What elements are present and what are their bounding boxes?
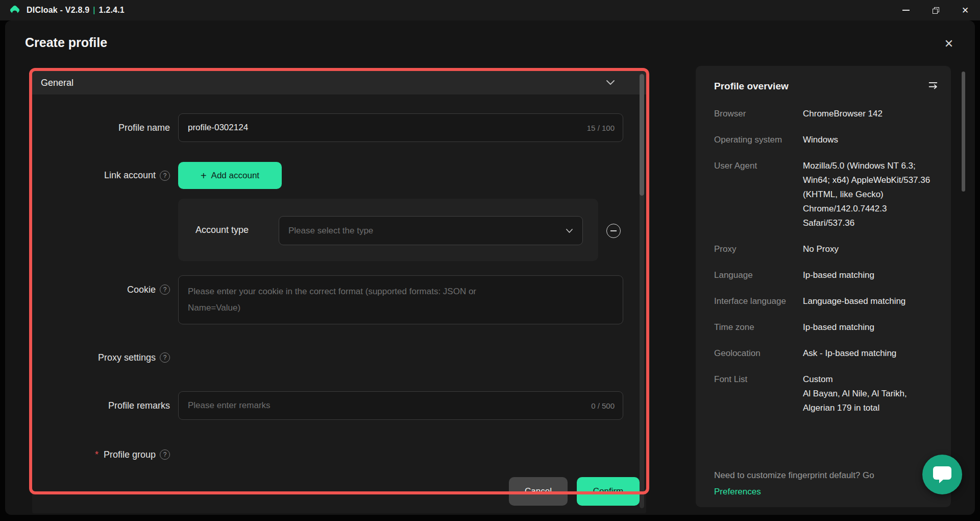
overview-row-browser: Browser ChromeBrowser 142 [714, 107, 940, 121]
profile-name-label: Profile name [41, 113, 170, 142]
profile-name-field: 15 / 100 [178, 113, 623, 142]
window-close-button[interactable]: ✕ [950, 0, 980, 20]
profile-overview-title: Profile overview [714, 81, 789, 92]
profile-remarks-input[interactable] [179, 392, 623, 419]
add-account-button[interactable]: + Add account [178, 162, 282, 189]
confirm-button[interactable]: Confirm [577, 477, 640, 506]
help-icon[interactable]: ? [160, 449, 170, 460]
modal-title: Create profile [25, 35, 107, 50]
window-title: DICloak - V2.8.9|1.2.4.1 [27, 6, 125, 15]
account-type-select[interactable]: Please select the type [279, 216, 583, 245]
profile-group-label: * Profile group ? [41, 440, 170, 469]
chevron-down-icon [606, 79, 615, 88]
account-type-label: Account type [195, 199, 249, 261]
profile-name-counter: 15 / 100 [587, 124, 615, 132]
title-version-separator: | [93, 6, 95, 14]
profile-remarks-field: 0 / 500 [178, 391, 623, 420]
help-icon[interactable]: ? [160, 171, 170, 181]
minus-icon [610, 230, 617, 231]
overview-row-operating-system: Operating system Windows [714, 133, 940, 147]
modal-close-button[interactable]: ✕ [941, 36, 957, 52]
account-type-panel: Account type Please select the type [178, 199, 598, 261]
overview-row-language: Language Ip-based matching [714, 268, 940, 282]
minimize-button[interactable] [891, 0, 921, 20]
help-icon[interactable]: ? [160, 285, 170, 295]
profile-remarks-counter: 0 / 500 [591, 401, 615, 410]
help-icon[interactable]: ? [160, 352, 170, 363]
overview-row-geolocation: Geolocation Ask - Ip-based matching [714, 346, 940, 361]
restore-icon [933, 7, 939, 14]
minimize-icon [902, 10, 910, 11]
profile-name-input[interactable] [179, 114, 623, 141]
collapse-panel-icon[interactable] [927, 80, 939, 92]
restore-button[interactable] [921, 0, 950, 20]
overview-row-time-zone: Time zone Ip-based matching [714, 320, 940, 335]
chat-bubble-icon [931, 463, 953, 486]
profile-remarks-label: Profile remarks [41, 391, 170, 420]
window-titlebar: DICloak - V2.8.9|1.2.4.1 ✕ [0, 0, 980, 20]
proxy-settings-label: Proxy settings ? [41, 343, 170, 372]
required-asterisk: * [95, 449, 99, 460]
chevron-down-icon [566, 226, 573, 235]
cookie-label: Cookie ? [41, 275, 170, 304]
link-account-label: Link account ? [41, 162, 170, 189]
dicloak-logo-icon [8, 4, 21, 17]
plus-icon: + [201, 171, 207, 181]
form-scrollbar[interactable] [640, 73, 644, 508]
cookie-textarea[interactable] [178, 275, 623, 324]
account-type-placeholder: Please select the type [288, 226, 373, 236]
general-section-header[interactable]: General [32, 71, 646, 94]
overview-row-interface-language: Interface language Language-based matchi… [714, 294, 940, 309]
modal-close-icon: ✕ [944, 37, 953, 51]
preferences-link[interactable]: Preferences [714, 487, 761, 496]
general-section-title: General [41, 78, 74, 88]
remove-account-button[interactable] [606, 224, 621, 238]
modal-scrollbar-thumb[interactable] [962, 72, 965, 192]
overview-row-user-agent: User Agent Mozilla/5.0 (Windows NT 6.3; … [714, 159, 940, 230]
fingerprint-hint: Need to customize fingerprint default? G… [714, 467, 943, 500]
overview-row-font-list: Font List Custom Al Bayan, Al Nile, Al T… [714, 372, 940, 415]
profile-overview-rows: Browser ChromeBrowser 142 Operating syst… [714, 107, 940, 460]
overview-row-proxy: Proxy No Proxy [714, 242, 940, 256]
support-chat-button[interactable] [922, 455, 962, 494]
form-scrollbar-thumb[interactable] [640, 74, 644, 196]
profile-overview-panel: Profile overview Browser ChromeBrowser 1… [696, 66, 951, 507]
cancel-button[interactable]: Cancel [509, 477, 568, 506]
window-close-icon: ✕ [962, 6, 969, 15]
